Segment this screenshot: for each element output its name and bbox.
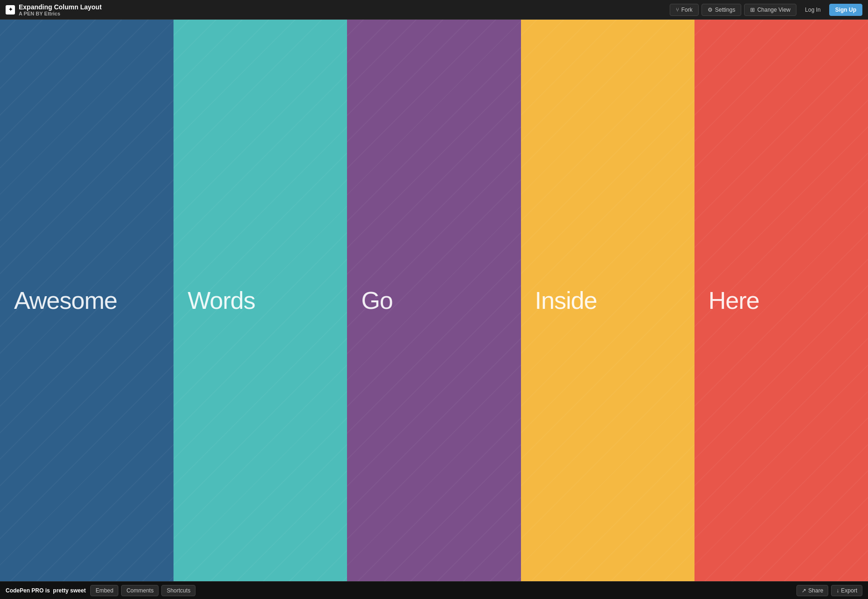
pen-info: Expanding Column Layout A PEN BY Ettrics [19, 3, 101, 16]
pro-text: CodePen PRO is pretty sweet [6, 587, 86, 594]
main-content: Awesome Words Go Inside Here [0, 20, 868, 581]
column-awesome[interactable]: Awesome [0, 20, 174, 581]
change-view-icon: ⊞ [750, 7, 755, 13]
column-label-go: Go [361, 286, 392, 314]
signup-button[interactable]: Sign Up [829, 4, 862, 16]
export-icon: ↓ [836, 587, 839, 594]
column-inside[interactable]: Inside [521, 20, 694, 581]
column-label-inside: Inside [535, 286, 597, 314]
nav-buttons: ⑂ Fork ⚙ Settings ⊞ Change View Log In S… [670, 4, 862, 16]
logo-area: ✦ Expanding Column Layout A PEN BY Ettri… [6, 3, 666, 16]
fork-button[interactable]: ⑂ Fork [670, 4, 699, 16]
shortcuts-button[interactable]: Shortcuts [161, 585, 195, 596]
column-label-words: Words [188, 286, 255, 314]
bottombar: CodePen PRO is pretty sweet Embed Commen… [0, 581, 868, 599]
fork-icon: ⑂ [676, 7, 679, 13]
login-button[interactable]: Log In [799, 4, 826, 15]
settings-icon: ⚙ [708, 7, 713, 13]
comments-button[interactable]: Comments [121, 585, 159, 596]
pen-title: Expanding Column Layout [19, 3, 101, 11]
column-words[interactable]: Words [174, 20, 347, 581]
embed-button[interactable]: Embed [90, 585, 118, 596]
codepen-logo: ✦ [6, 5, 15, 15]
topbar: ✦ Expanding Column Layout A PEN BY Ettri… [0, 0, 868, 20]
right-buttons: ↗ Share ↓ Export [796, 585, 862, 596]
change-view-button[interactable]: ⊞ Change View [744, 4, 796, 16]
pen-by: A PEN BY Ettrics [19, 11, 101, 16]
column-go[interactable]: Go [347, 20, 521, 581]
share-icon: ↗ [802, 587, 806, 594]
settings-button[interactable]: ⚙ Settings [702, 4, 741, 16]
export-button[interactable]: ↓ Export [831, 585, 862, 596]
column-here[interactable]: Here [694, 20, 868, 581]
column-label-awesome: Awesome [14, 286, 117, 314]
column-label-here: Here [709, 286, 760, 314]
share-button[interactable]: ↗ Share [796, 585, 828, 596]
